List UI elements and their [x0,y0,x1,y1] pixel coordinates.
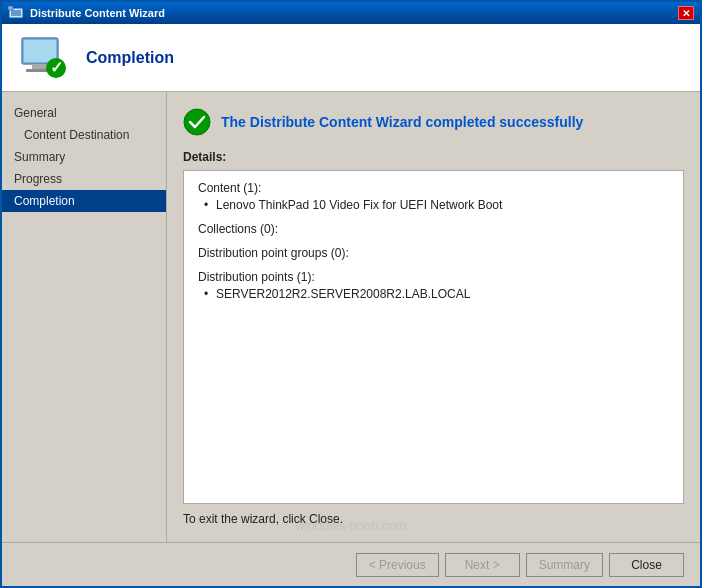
svg-text:✓: ✓ [50,59,63,76]
close-window-button[interactable]: ✕ [678,6,694,20]
details-section-content-item: Lenovo ThinkPad 10 Video Fix for UEFI Ne… [198,198,669,212]
exit-hint: To exit the wizard, click Close. [183,512,684,526]
sidebar-item-completion[interactable]: Completion [2,190,166,212]
sidebar-item-general[interactable]: General [2,102,166,124]
details-section-dp-groups: Distribution point groups (0): [198,246,669,260]
wizard-body: GeneralContent DestinationSummaryProgres… [2,92,700,542]
title-bar-text: Distribute Content Wizard [30,7,165,19]
title-bar-icon [8,5,24,21]
summary-button[interactable]: Summary [526,553,603,577]
svg-rect-5 [32,64,48,69]
details-section-collections-title: Collections (0): [198,222,669,236]
sidebar-item-progress[interactable]: Progress [2,168,166,190]
details-box: Content (1): Lenovo ThinkPad 10 Video Fi… [183,170,684,504]
details-section-dp-groups-title: Distribution point groups (0): [198,246,669,260]
sidebar: GeneralContent DestinationSummaryProgres… [2,92,167,542]
wizard-window: Distribute Content Wizard ✕ ✓ Completion… [0,0,702,588]
details-section-content: Content (1): Lenovo ThinkPad 10 Video Fi… [198,181,669,212]
wizard-header-title: Completion [86,49,174,67]
details-label: Details: [183,150,684,164]
main-panel: The Distribute Content Wizard completed … [167,92,700,542]
wizard-header: ✓ Completion [2,24,700,92]
sidebar-item-content-destination[interactable]: Content Destination [2,124,166,146]
success-title: The Distribute Content Wizard completed … [221,114,583,130]
success-header: The Distribute Content Wizard completed … [183,108,684,136]
previous-button[interactable]: < Previous [356,553,439,577]
close-button[interactable]: Close [609,553,684,577]
sidebar-item-summary[interactable]: Summary [2,146,166,168]
details-section-collections: Collections (0): [198,222,669,236]
wizard-footer: < Previous Next > Summary Close [2,542,700,586]
svg-point-9 [184,109,210,135]
details-section-dp-title: Distribution points (1): [198,270,669,284]
svg-rect-2 [8,6,13,10]
details-section-content-title: Content (1): [198,181,669,195]
svg-rect-1 [11,10,21,16]
details-section-dp-item: SERVER2012R2.SERVER2008R2.LAB.LOCAL [198,287,669,301]
details-section-dp: Distribution points (1): SERVER2012R2.SE… [198,270,669,301]
title-bar: Distribute Content Wizard ✕ [2,2,700,24]
next-button[interactable]: Next > [445,553,520,577]
wizard-header-icon: ✓ [18,32,70,84]
success-icon [183,108,211,136]
